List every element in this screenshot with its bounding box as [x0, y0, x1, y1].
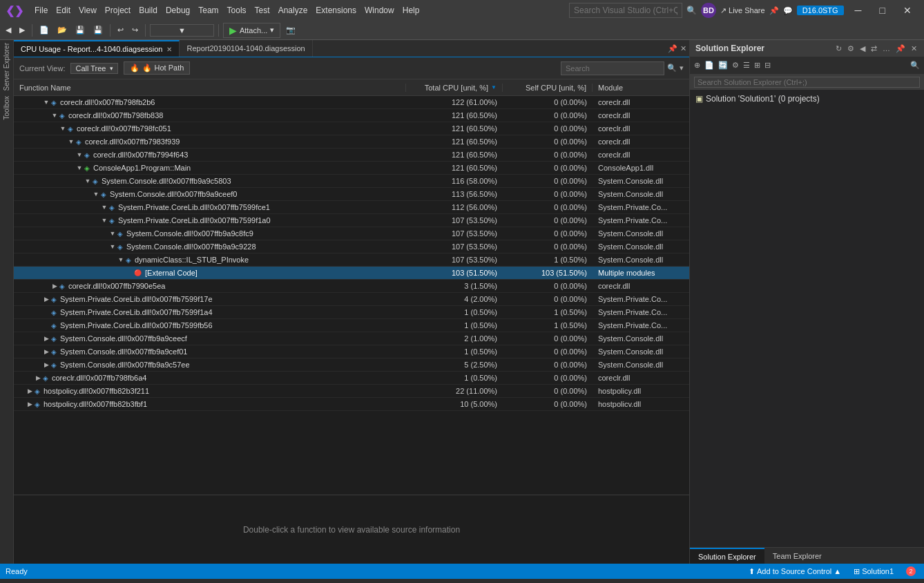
se-toolbar-icon-5[interactable]: ☰ [742, 61, 751, 70]
menu-extensions[interactable]: Extensions [311, 0, 360, 21]
col-header-function-name[interactable]: Function Name [14, 84, 406, 92]
table-row[interactable]: ◈System.Private.CoreLib.dll!0x007ffb7599… [14, 306, 689, 319]
config-dropdown[interactable]: ▼ [150, 24, 214, 37]
se-search-input[interactable] [694, 77, 920, 88]
open-button[interactable]: 📂 [55, 24, 70, 36]
expand-collapse-arrow[interactable]: ▼ [93, 191, 99, 198]
view-selector-dropdown[interactable]: Call Tree ▾ [70, 63, 118, 74]
expand-collapse-arrow[interactable]: ▼ [68, 138, 75, 145]
table-row[interactable]: ▼◈coreclr.dll!0x007ffb798fb838121 (60.50… [14, 109, 689, 122]
se-close-icon[interactable]: ✕ [909, 44, 918, 53]
menu-edit[interactable]: Edit [52, 0, 75, 21]
expand-collapse-arrow[interactable]: ▶ [35, 374, 41, 381]
se-tab-solution-explorer[interactable]: Solution Explorer [690, 548, 764, 564]
menu-analyze[interactable]: Analyze [274, 0, 312, 21]
expand-collapse-arrow[interactable]: ▼ [101, 217, 108, 224]
menu-test[interactable]: Test [251, 0, 274, 21]
menu-build[interactable]: Build [135, 0, 162, 21]
menu-tools[interactable]: Tools [223, 0, 251, 21]
expand-collapse-arrow[interactable]: ▼ [101, 204, 108, 211]
menu-team[interactable]: Team [194, 0, 222, 21]
restore-button[interactable]: □ [873, 0, 892, 21]
search-icon[interactable]: 🔍 [686, 6, 697, 15]
feedback-icon[interactable]: 💬 [783, 6, 793, 15]
table-row[interactable]: ▶◈coreclr.dll!0x007ffb7990e5ea3 (1.50%)0… [14, 280, 689, 293]
tab-report[interactable]: Report20190104-1040.diagsession [180, 40, 312, 57]
se-toolbar-icon-7[interactable]: ⊟ [763, 61, 772, 70]
table-row[interactable]: ▼◈System.Private.CoreLib.dll!0x007ffb759… [14, 201, 689, 214]
table-search-icon[interactable]: 🔍 [667, 64, 677, 73]
close-button[interactable]: ✕ [896, 0, 918, 21]
table-row[interactable]: 🔴[External Code]103 (51.50%)103 (51.50%)… [14, 267, 689, 280]
expand-collapse-arrow[interactable]: ▼ [76, 151, 83, 158]
table-row[interactable]: ▶◈coreclr.dll!0x007ffb798fb6a41 (0.50%)0… [14, 372, 689, 385]
menu-file[interactable]: File [30, 0, 52, 21]
table-row[interactable]: ▼◈coreclr.dll!0x007ffb7994f643121 (60.50… [14, 149, 689, 162]
save-all-button[interactable]: 💾 [90, 24, 106, 36]
expand-collapse-arrow[interactable]: ▶ [43, 361, 50, 368]
menu-help[interactable]: Help [398, 0, 424, 21]
attach-button[interactable]: ▶ Attach... ▾ [223, 23, 280, 38]
expand-collapse-arrow[interactable]: ▼ [109, 243, 116, 250]
se-toolbar-icon-2[interactable]: 📄 [703, 61, 715, 70]
se-collapse-icon[interactable]: ◀ [858, 44, 867, 53]
table-row[interactable]: ▶◈hostpolicy.dll!0x007ffb82b3f21122 (11.… [14, 385, 689, 398]
notification-button[interactable]: 2 [903, 566, 918, 576]
se-sync-icon[interactable]: ⇄ [869, 44, 878, 53]
col-header-self-cpu[interactable]: Self CPU [unit, %] [503, 84, 593, 92]
menu-window[interactable]: Window [360, 0, 398, 21]
expand-collapse-arrow[interactable]: ▶ [51, 283, 58, 289]
expand-collapse-arrow[interactable]: ▼ [109, 230, 116, 237]
minimize-button[interactable]: ─ [848, 0, 869, 21]
expand-collapse-arrow[interactable]: ▶ [43, 335, 50, 342]
search-input[interactable] [569, 3, 682, 18]
se-toolbar-icon-1[interactable]: ⊕ [693, 61, 702, 70]
expand-collapse-arrow[interactable]: ▼ [76, 164, 83, 171]
table-row[interactable]: ▶◈System.Console.dll!0x007ffb9a9c57ee5 (… [14, 359, 689, 372]
table-row[interactable]: ▼◈coreclr.dll!0x007ffb798fc051121 (60.50… [14, 122, 689, 135]
back-button[interactable]: ◀ [3, 24, 14, 36]
source-control-button[interactable]: ⬆ Add to Source Control ▲ [746, 567, 844, 576]
se-filter-btn[interactable]: 🔍 [909, 61, 921, 70]
forward-button[interactable]: ▶ [17, 24, 28, 36]
se-filter-icon[interactable]: ⚙ [846, 44, 856, 53]
se-toolbar-icon-4[interactable]: ⚙ [731, 61, 740, 70]
save-button[interactable]: 💾 [73, 24, 88, 36]
hot-path-button[interactable]: 🔥 🔥 Hot Path [124, 61, 190, 75]
table-row[interactable]: ▼◈coreclr.dll!0x007ffb798fb2b6122 (61.00… [14, 96, 689, 109]
table-row[interactable]: ▼◈System.Console.dll!0x007ffb9a9c9228107… [14, 240, 689, 254]
col-header-module[interactable]: Module [593, 84, 689, 92]
table-filter-icon[interactable]: ▾ [680, 64, 684, 73]
panel-pin-icon[interactable]: 📌 [668, 44, 677, 53]
table-search-input[interactable] [561, 61, 664, 75]
liveshare-button[interactable]: ↗ Live Share [720, 6, 765, 15]
table-row[interactable]: ▼◈coreclr.dll!0x007ffb7983f939121 (60.50… [14, 135, 689, 149]
expand-collapse-arrow[interactable]: ▶ [26, 401, 33, 408]
table-row[interactable]: ◈System.Private.CoreLib.dll!0x007ffb7599… [14, 319, 689, 332]
expand-collapse-arrow[interactable]: ▶ [26, 388, 33, 394]
se-more-icon[interactable]: … [881, 44, 892, 52]
se-toolbar-icon-3[interactable]: 🔄 [717, 61, 729, 70]
panel-close-icon[interactable]: ✕ [680, 44, 686, 53]
tab-close-cpu-usage[interactable]: ✕ [166, 46, 172, 53]
se-tab-team-explorer[interactable]: Team Explorer [764, 548, 830, 564]
toolbar-toggle-icon[interactable]: 📌 [769, 6, 779, 15]
tab-cpu-usage[interactable]: CPU Usage - Report...4-1040.diagsession … [14, 40, 180, 57]
table-row[interactable]: ▶◈System.Console.dll!0x007ffb9a9ceecf2 (… [14, 332, 689, 345]
table-row[interactable]: ▶◈hostpolicy.dll!0x007ffb82b3fbf110 (5.0… [14, 398, 689, 411]
col-header-total-cpu[interactable]: Total CPU [unit, %] ▼ [406, 84, 503, 92]
expand-collapse-arrow[interactable]: ▼ [43, 99, 50, 106]
table-row[interactable]: ▶◈System.Private.CoreLib.dll!0x007ffb759… [14, 293, 689, 306]
se-pin-icon[interactable]: 📌 [894, 44, 907, 53]
redo-button[interactable]: ↪ [129, 24, 141, 36]
table-row[interactable]: ▼◈ConsoleApp1.Program::Main121 (60.50%)0… [14, 162, 689, 175]
expand-collapse-arrow[interactable]: ▼ [51, 112, 58, 119]
se-refresh-icon[interactable]: ↻ [834, 44, 843, 53]
sidebar-item-server-explorer[interactable]: Server Explorer [3, 40, 10, 93]
expand-collapse-arrow[interactable]: ▶ [43, 348, 50, 355]
table-row[interactable]: ▼◈System.Console.dll!0x007ffb9a9ceef0113… [14, 188, 689, 201]
table-row[interactable]: ▶◈System.Console.dll!0x007ffb9a9cef011 (… [14, 345, 689, 359]
table-row[interactable]: ▼◈dynamicClass::IL_STUB_PInvoke107 (53.5… [14, 254, 689, 267]
expand-collapse-arrow[interactable]: ▼ [59, 125, 66, 132]
table-row[interactable]: ▼◈System.Private.CoreLib.dll!0x007ffb759… [14, 214, 689, 227]
